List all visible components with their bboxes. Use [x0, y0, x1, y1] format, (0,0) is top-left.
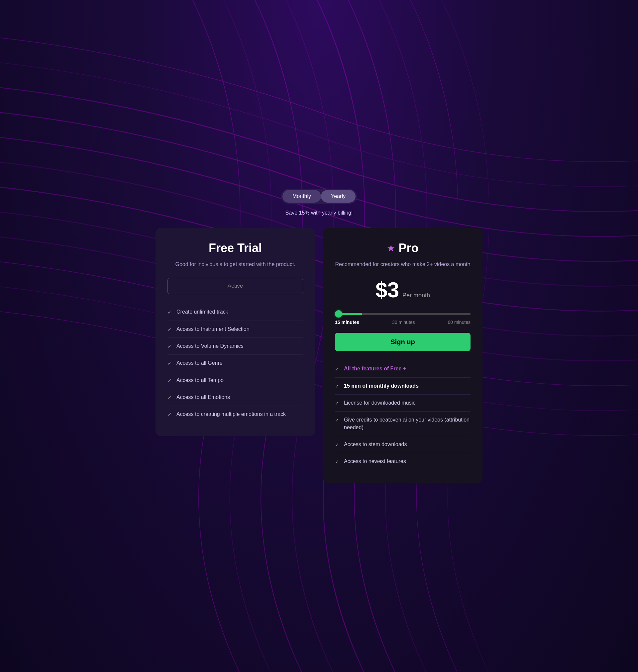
free-feature-4: ✓ Access to all Genre: [167, 355, 303, 372]
pro-subtitle: Recommended for creators who make 2+ vid…: [335, 260, 471, 269]
pro-feature-1: ✓ All the features of Free +: [335, 360, 471, 377]
pro-feature-5: ✓ Access to stem downloads: [335, 436, 471, 453]
pro-feature-text-3: License for downloaded music: [344, 399, 415, 407]
free-trial-card: Free Trial Good for individuals to get s…: [155, 228, 315, 436]
duration-slider[interactable]: [335, 313, 471, 315]
free-feature-7: ✓ Access to creating multiple emotions i…: [167, 406, 303, 423]
free-feature-text-2: Access to Instrument Selection: [177, 326, 250, 333]
check-icon: ✓: [335, 383, 339, 390]
free-feature-text-1: Create unlimited track: [177, 308, 228, 315]
free-feature-5: ✓ Access to all Tempo: [167, 372, 303, 389]
price-row: $3 Per month: [335, 278, 471, 302]
check-icon: ✓: [167, 377, 172, 384]
pro-feature-text-5: Access to stem downloads: [344, 441, 407, 448]
slider-label-15: 15 minutes: [335, 320, 359, 325]
pro-feature-2: ✓ 15 min of monthly downloads: [335, 378, 471, 395]
pro-feature-6: ✓ Access to newest features: [335, 453, 471, 470]
save-text: Save 15% with yearly billing!: [285, 210, 353, 216]
pro-title-row: ★ Pro: [335, 241, 471, 255]
pro-feature-text-2: 15 min of monthly downloads: [344, 382, 419, 390]
check-icon: ✓: [335, 441, 339, 448]
free-features-list: ✓ Create unlimited track ✓ Access to Ins…: [167, 304, 303, 423]
free-feature-text-5: Access to all Tempo: [177, 377, 224, 384]
pro-title: Pro: [399, 241, 418, 255]
duration-slider-wrapper[interactable]: [335, 310, 471, 316]
pro-star-icon: ★: [387, 243, 395, 254]
check-icon: ✓: [335, 365, 339, 373]
price-period: Per month: [402, 292, 430, 299]
free-feature-text-6: Access to all Emotions: [177, 394, 230, 401]
free-feature-3: ✓ Access to Volume Dynamics: [167, 338, 303, 355]
slider-label-60: 60 minutes: [448, 320, 471, 325]
pro-features-list: ✓ All the features of Free + ✓ 15 min of…: [335, 360, 471, 470]
pro-feature-3: ✓ License for downloaded music: [335, 395, 471, 412]
billing-toggle[interactable]: Monthly Yearly: [281, 189, 357, 204]
page-content: Monthly Yearly Save 15% with yearly bill…: [136, 189, 502, 483]
check-icon: ✓: [167, 394, 172, 401]
check-icon: ✓: [167, 326, 172, 333]
yearly-toggle[interactable]: Yearly: [321, 190, 355, 203]
price-amount: $3: [375, 278, 399, 302]
check-icon: ✓: [167, 343, 172, 350]
free-feature-text-3: Access to Volume Dynamics: [177, 343, 244, 350]
monthly-toggle[interactable]: Monthly: [283, 190, 321, 203]
check-icon: ✓: [335, 458, 339, 465]
pro-card: ★ Pro Recommended for creators who make …: [323, 228, 483, 483]
slider-labels: 15 minutes 30 minutes 60 minutes: [335, 320, 471, 325]
check-icon: ✓: [167, 309, 172, 315]
free-feature-text-7: Access to creating multiple emotions in …: [177, 411, 286, 418]
check-icon: ✓: [167, 411, 172, 418]
free-feature-1: ✓ Create unlimited track: [167, 304, 303, 321]
free-feature-6: ✓ Access to all Emotions: [167, 389, 303, 406]
free-feature-text-4: Access to all Genre: [177, 359, 223, 367]
free-trial-subtitle: Good for individuals to get started with…: [167, 260, 303, 269]
pro-feature-text-1: All the features of Free +: [344, 365, 406, 373]
slider-label-30: 30 minutes: [392, 320, 415, 325]
check-icon: ✓: [335, 416, 339, 424]
active-button: Active: [167, 278, 303, 294]
free-trial-title: Free Trial: [167, 241, 303, 255]
check-icon: ✓: [335, 400, 339, 407]
pro-feature-4: ✓ Give credits to beatoven.ai on your vi…: [335, 412, 471, 436]
signup-button[interactable]: Sign up: [335, 333, 471, 351]
pro-feature-text-4: Give credits to beatoven.ai on your vide…: [344, 416, 471, 431]
pricing-cards: Free Trial Good for individuals to get s…: [136, 228, 502, 483]
check-icon: ✓: [167, 360, 172, 367]
free-feature-2: ✓ Access to Instrument Selection: [167, 321, 303, 338]
pro-feature-text-6: Access to newest features: [344, 458, 406, 465]
